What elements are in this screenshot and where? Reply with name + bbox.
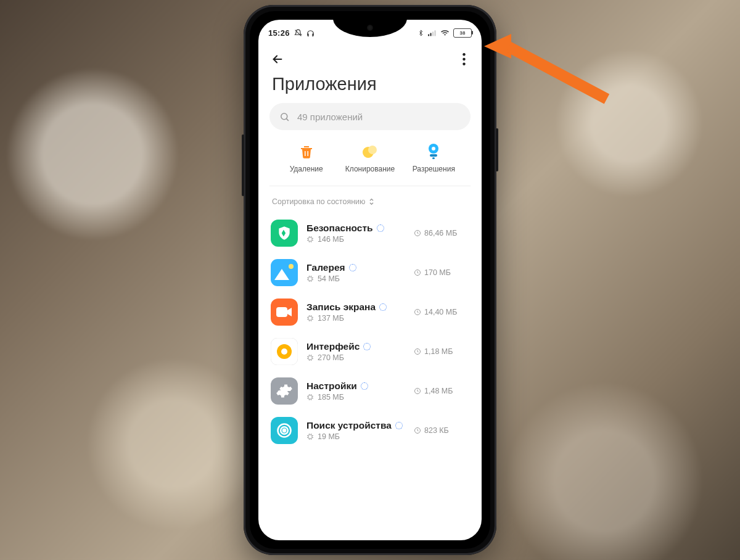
svg-point-7 [281, 113, 287, 119]
app-time-value: 14,40 МБ [424, 308, 457, 316]
chip-icon [306, 315, 314, 322]
svg-rect-29 [308, 356, 312, 360]
app-name: Поиск устройства [306, 420, 392, 431]
svg-rect-21 [308, 277, 312, 281]
app-time: 823 КБ [414, 426, 469, 435]
chip-icon [306, 354, 314, 361]
svg-rect-36 [308, 435, 312, 439]
app-storage: 185 МБ [306, 393, 405, 401]
app-time: 1,48 МБ [414, 387, 469, 395]
volume-button [242, 134, 244, 196]
svg-rect-3 [435, 30, 436, 36]
svg-rect-8 [305, 151, 306, 156]
clock-icon [414, 348, 421, 355]
app-row[interactable]: Запись экрана137 МБ14,40 МБ [269, 292, 471, 332]
svg-point-11 [368, 146, 377, 154]
svg-rect-2 [432, 31, 434, 36]
sort-toggle[interactable]: Сортировка по состоянию [258, 186, 482, 213]
phone-frame: 15:26 [244, 5, 496, 555]
app-storage-value: 137 МБ [318, 314, 344, 323]
power-button [496, 128, 498, 171]
loading-spinner-icon [379, 303, 387, 311]
app-storage-value: 54 МБ [318, 274, 340, 283]
quick-clone-label: Клонирование [345, 165, 395, 173]
apps-list: Безопасность146 МБ86,46 МБГалерея54 МБ17… [258, 213, 482, 450]
loading-spinner-icon [349, 264, 356, 271]
app-row[interactable]: Безопасность146 МБ86,46 МБ [269, 213, 471, 253]
page-title: Приложения [258, 73, 482, 103]
svg-rect-0 [428, 34, 429, 36]
app-row[interactable]: Настройки185 МБ1,48 МБ [269, 371, 471, 411]
app-storage: 54 МБ [306, 274, 405, 283]
loading-spinner-icon [377, 224, 384, 232]
more-options-button[interactable] [459, 51, 469, 68]
app-time: 1,18 МБ [414, 347, 469, 356]
clock-icon [414, 308, 421, 316]
top-nav [258, 42, 482, 73]
quick-permissions-label: Разрешения [413, 165, 455, 173]
chip-icon [306, 236, 314, 243]
clock-icon [414, 269, 421, 276]
clone-icon [362, 144, 378, 160]
app-row[interactable]: Поиск устройства19 МБ823 КБ [269, 411, 471, 450]
app-row[interactable]: Галерея54 МБ170 МБ [269, 253, 471, 292]
permissions-icon [426, 144, 442, 160]
app-storage-value: 146 МБ [318, 235, 344, 244]
gear-app-icon [271, 377, 298, 405]
app-body: Запись экрана137 МБ [306, 302, 405, 323]
app-time: 14,40 МБ [414, 308, 469, 316]
app-storage: 137 МБ [306, 314, 405, 323]
headphones-icon [306, 29, 314, 37]
circle-app-icon [271, 338, 298, 365]
bell-off-icon [294, 29, 302, 37]
back-button[interactable] [271, 52, 284, 66]
svg-point-5 [462, 58, 465, 60]
app-body: Безопасность146 МБ [306, 223, 405, 244]
svg-rect-14 [430, 154, 437, 157]
app-name: Запись экрана [306, 302, 376, 313]
target-app-icon [271, 417, 298, 444]
clock-icon [414, 229, 421, 237]
sort-label: Сортировка по состоянию [272, 197, 365, 206]
app-time-value: 86,46 МБ [424, 229, 457, 237]
app-row[interactable]: Интерфейс270 МБ1,18 МБ [269, 332, 471, 371]
chip-icon [306, 275, 314, 282]
search-bar[interactable] [269, 103, 471, 130]
svg-rect-23 [276, 307, 287, 317]
app-name: Галерея [306, 262, 345, 273]
trash-icon [298, 144, 314, 160]
quick-delete[interactable]: Удаление [275, 144, 338, 173]
loading-spinner-icon [361, 382, 368, 390]
phone-screen: 15:26 [258, 20, 482, 540]
shield-app-icon [271, 220, 298, 247]
gallery-app-icon [271, 259, 298, 286]
quick-delete-label: Удаление [290, 165, 323, 173]
app-name: Настройки [306, 381, 357, 392]
clock-icon [414, 387, 421, 395]
bluetooth-icon [417, 29, 424, 37]
svg-rect-1 [430, 33, 432, 36]
app-name: Интерфейс [306, 341, 360, 352]
quick-permissions[interactable]: Разрешения [402, 144, 465, 173]
svg-rect-31 [308, 395, 312, 399]
loading-spinner-icon [363, 343, 371, 350]
app-body: Галерея54 МБ [306, 262, 405, 283]
svg-point-13 [432, 147, 435, 150]
app-time-value: 170 МБ [424, 268, 451, 277]
svg-point-6 [462, 63, 465, 65]
signal-icon [428, 30, 437, 36]
svg-rect-24 [308, 316, 312, 320]
app-time-value: 1,18 МБ [424, 347, 453, 356]
app-body: Интерфейс270 МБ [306, 341, 405, 362]
search-input[interactable] [296, 111, 461, 123]
app-storage-value: 19 МБ [318, 432, 340, 441]
quick-clone[interactable]: Клонирование [339, 144, 401, 173]
app-body: Поиск устройства19 МБ [306, 420, 405, 441]
app-storage: 146 МБ [306, 235, 405, 244]
svg-point-35 [283, 429, 286, 432]
chip-icon [306, 393, 314, 401]
app-time-value: 823 КБ [424, 426, 449, 435]
wifi-icon [440, 29, 450, 36]
app-storage: 270 МБ [306, 353, 405, 362]
clock-icon [414, 427, 421, 434]
